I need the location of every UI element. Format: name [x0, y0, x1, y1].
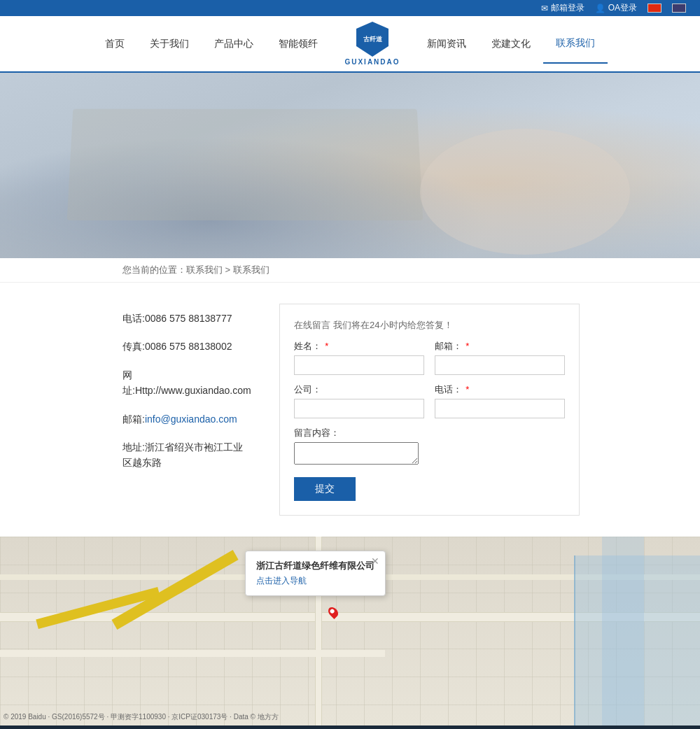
company-input[interactable] [294, 399, 424, 418]
nav-item-smart[interactable]: 智能领纤 [266, 25, 330, 63]
contact-email: 邮箱:info@guxiandao.com [122, 411, 251, 427]
logo-text: GUXIANDAO [344, 58, 400, 66]
message-input[interactable] [294, 442, 419, 465]
email-link[interactable]: info@guxiandao.com [145, 413, 237, 425]
map-section[interactable]: ✕ 浙江古纤道绿色纤维有限公司 点击进入导航 © 2019 Baidu · GS… [0, 537, 700, 726]
email-label: 邮箱： * [435, 340, 565, 353]
oa-login[interactable]: 👤 OA登录 [595, 2, 637, 14]
map-copyright: © 2019 Baidu · GS(2016)5572号 · 甲测资字11009… [4, 712, 279, 722]
email-login[interactable]: ✉ 邮箱登录 [541, 2, 584, 14]
nav-item-party[interactable]: 党建文化 [479, 25, 543, 63]
form-title: 在线留言 我们将在24小时内给您答复！ [294, 318, 565, 332]
phone-input[interactable] [435, 399, 565, 418]
popup-close[interactable]: ✕ [371, 555, 379, 567]
navbar: 首页 关于我们 产品中心 智能领纤 古纤道 GUXIANDAO 新闻资讯 党建文… [0, 16, 700, 73]
email-icon: ✉ [541, 3, 548, 13]
nav-item-home[interactable]: 首页 [92, 25, 137, 63]
submit-button[interactable]: 提交 [294, 477, 356, 501]
name-input[interactable] [294, 355, 424, 375]
main-content: 电话:0086 575 88138777 传真:0086 575 8813800… [0, 283, 700, 537]
top-bar: ✉ 邮箱登录 👤 OA登录 [0, 0, 700, 16]
message-label: 留言内容： [294, 427, 565, 439]
footer: 关于我们 企业简介 企业文化 组织架构 荣誉资质 发展历程 产品中心 工业长丝 … [0, 726, 700, 729]
hero-image [0, 73, 700, 258]
company-label: 公司： [294, 383, 424, 396]
name-label: 姓名： * [294, 340, 424, 353]
logo[interactable]: 古纤道 GUXIANDAO [330, 16, 414, 71]
main-nav: 首页 关于我们 产品中心 智能领纤 古纤道 GUXIANDAO 新闻资讯 党建文… [14, 16, 686, 71]
contact-address: 地址:浙江省绍兴市袍江工业区越东路 [122, 439, 251, 471]
nav-item-contact[interactable]: 联系我们 [543, 24, 608, 64]
contact-fax: 传真:0086 575 88138002 [122, 339, 251, 354]
logo-icon: 古纤道 [356, 22, 388, 57]
nav-item-products[interactable]: 产品中心 [202, 25, 266, 63]
user-icon: 👤 [595, 3, 606, 13]
email-input[interactable] [435, 355, 565, 375]
nav-item-about[interactable]: 关于我们 [137, 25, 202, 63]
online-form: 在线留言 我们将在24小时内给您答复！ 姓名： * 邮箱： * [279, 304, 580, 516]
breadcrumb: 您当前的位置：联系我们 > 联系我们 [0, 258, 700, 283]
contact-website: 网址:Http://www.guxiandao.com [122, 367, 251, 399]
nav-item-news[interactable]: 新闻资讯 [414, 25, 479, 63]
map-popup: ✕ 浙江古纤道绿色纤维有限公司 点击进入导航 [245, 551, 386, 596]
phone-label: 电话： * [435, 383, 565, 396]
flag-us[interactable] [672, 3, 686, 13]
contact-info: 电话:0086 575 88138777 传真:0086 575 8813800… [122, 304, 251, 516]
flag-cn[interactable] [648, 3, 662, 13]
contact-phone: 电话:0086 575 88138777 [122, 311, 251, 326]
